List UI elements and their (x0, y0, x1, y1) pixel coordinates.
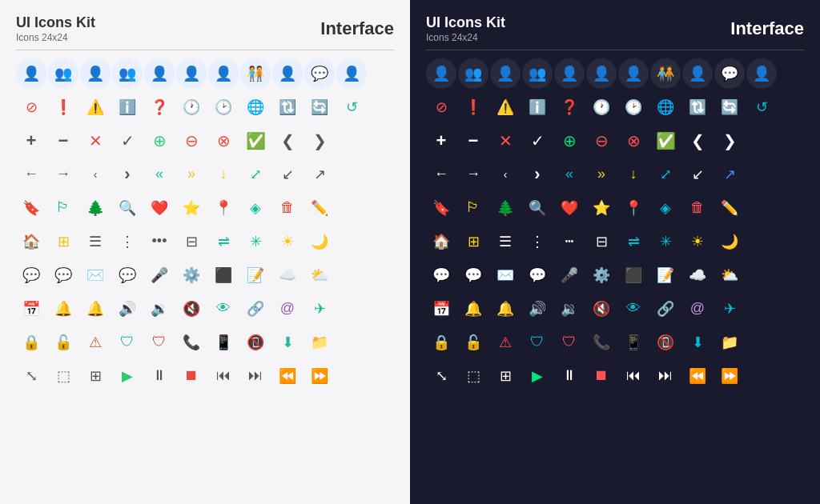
d-play-icon: ▶ (522, 361, 553, 391)
diagonal-icon: ↗ (304, 159, 335, 190)
d-stop-icon: ⏹ (586, 361, 617, 391)
d-gear-icon: ⚙️ (586, 260, 617, 290)
d-cloud-icon: ☁️ (682, 260, 713, 290)
user-icon-3: 👤 (80, 58, 111, 89)
d-user-icon-10: 💬 (714, 58, 745, 89)
d-close-icon: ✕ (490, 126, 521, 156)
dark-row-9: 🔒 🔓 ⚠ 🛡 🛡 📞 📱 📵 ⬇ 📁 (426, 327, 804, 358)
dark-kit-subtitle: Icons 24x24 (426, 32, 505, 43)
sync-icon: ↺ (336, 92, 367, 122)
d-sync-icon: ↺ (746, 92, 777, 122)
d-bubble-icon: 💬 (458, 260, 488, 290)
d-plus-circle-icon: ⊕ (554, 126, 585, 156)
adjust-icon: ⇌ (208, 226, 239, 257)
dark-interface-label: Interface (730, 18, 804, 38)
menu-icon: ☰ (80, 226, 111, 257)
dark-row-10: ⤡ ⬚ ⊞ ▶ ⏸ ⏹ ⏮ ⏭ ⏪ ⏩ (426, 361, 804, 391)
user-icon-6: 👤 (176, 58, 207, 89)
tree-icon: 🌲 (80, 193, 111, 223)
warning-icon: ⚠️ (80, 92, 111, 122)
moon-icon: 🌙 (304, 226, 335, 257)
d-arrow-left-icon: ← (426, 159, 456, 190)
d-check-circle-icon: ✅ (650, 126, 681, 156)
d-crop-icon: ⊞ (490, 361, 521, 391)
light-header-left: UI Icons Kit Icons 24x24 (16, 14, 95, 43)
down-arrow-icon: ↓ (208, 159, 239, 190)
stop-icon: ⏹ (176, 361, 207, 391)
d-volume2-icon: 🔉 (554, 294, 585, 324)
gear-icon: ⚙️ (176, 260, 207, 290)
d-exclaim-icon: ❗ (458, 92, 488, 122)
light-panel: UI Icons Kit Icons 24x24 Interface 👤 👥 👤… (0, 0, 410, 504)
toggle-icon: ⬛ (208, 260, 239, 290)
dark-row-3: + − ✕ ✓ ⊕ ⊖ ⊗ ✅ ❮ ❯ (426, 126, 804, 156)
dark-row-1: 👤 👥 👤 👥 👤 👤 👤 🧑‍🤝‍🧑 👤 💬 👤 (426, 58, 804, 89)
light-row-10: ⤡ ⬚ ⊞ ▶ ⏸ ⏹ ⏮ ⏭ ⏪ ⏩ (16, 361, 394, 391)
d-dbl-left-icon: « (554, 159, 585, 190)
share-icon: ◈ (240, 193, 271, 223)
light-header-right: Interface (320, 18, 394, 39)
trash-icon: 🗑 (272, 193, 303, 223)
d-shield2-icon: 🛡 (554, 327, 585, 358)
dark-header-right: Interface (730, 18, 804, 39)
d-pause-icon: ⏸ (554, 361, 585, 391)
d-eye-icon: 👁 (618, 294, 649, 324)
d-check-icon: ✓ (522, 126, 553, 156)
dark-row-5: 🔖 🏳 🌲 🔍 ❤️ ⭐ 📍 ◈ 🗑 ✏️ (426, 193, 804, 223)
d-loading-icon: ✳ (650, 226, 681, 257)
d-unlock-icon: 🔓 (458, 327, 488, 358)
d-plus-icon: + (426, 126, 456, 156)
upload-cloud-icon: ⛅ (304, 260, 335, 290)
exclaim-icon: ❗ (48, 92, 78, 122)
play-icon: ▶ (112, 361, 143, 391)
dark-row-7: 💬 💬 ✉️ 💬 🎤 ⚙️ ⬛ 📝 ☁️ ⛅ (426, 260, 804, 290)
light-row-5: 🔖 🏳 🌲 🔍 ❤️ ⭐ 📍 ◈ 🗑 ✏️ (16, 193, 394, 223)
d-x-circle-icon: ⊗ (618, 126, 649, 156)
dark-row-2: ⊘ ❗ ⚠️ ℹ️ ❓ 🕐 🕑 🌐 🔃 🔄 ↺ (426, 92, 804, 122)
d-next-icon: ⏭ (650, 361, 681, 391)
home-icon: 🏠 (16, 226, 46, 257)
d-minus-icon: − (458, 126, 488, 156)
light-interface-label: Interface (320, 18, 394, 38)
sun-icon: ☀ (272, 226, 303, 257)
d-reload-icon: 🔄 (714, 92, 745, 122)
calendar-icon: 📅 (16, 294, 46, 324)
d-user-icon-4: 👥 (522, 58, 553, 89)
search-icon: 🔍 (112, 193, 143, 223)
d-user-icon-2: 👥 (458, 58, 488, 89)
d-search-icon: 🔍 (522, 193, 553, 223)
light-panel-header: UI Icons Kit Icons 24x24 Interface (16, 14, 394, 50)
light-row-8: 📅 🔔 🔔 🔊 🔉 🔇 👁 🔗 @ ✈ (16, 294, 394, 324)
d-shield-icon: 🛡 (522, 327, 553, 358)
d-send-icon: ✈ (714, 294, 745, 324)
chevron-right-icon: ❯ (304, 126, 335, 156)
user-icon-10: 💬 (304, 58, 335, 89)
chevron-left-icon: ❮ (272, 126, 303, 156)
fastfwd-icon: ⏩ (304, 361, 335, 391)
d-bell-icon: 🔔 (458, 294, 488, 324)
d-volume-icon: 🔊 (522, 294, 553, 324)
bubble-icon: 💬 (48, 260, 78, 290)
dark-kit-title: UI Icons Kit (426, 14, 505, 32)
x-circle-icon: ⊗ (208, 126, 239, 156)
d-download-icon: ⬇ (682, 327, 713, 358)
d-mute-icon: 🔇 (586, 294, 617, 324)
reload-icon: 🔄 (304, 92, 335, 122)
d-mail-icon: ✉️ (490, 260, 521, 290)
expand-icon: ⤢ (240, 159, 271, 190)
d-folder-icon: 📁 (714, 327, 745, 358)
dark-panel: UI Icons Kit Icons 24x24 Interface 👤 👥 👤… (410, 0, 820, 504)
check-circle-icon: ✅ (240, 126, 271, 156)
dark-header-left: UI Icons Kit Icons 24x24 (426, 14, 505, 43)
heart-icon: ❤️ (144, 193, 175, 223)
d-star-icon: ⭐ (586, 193, 617, 223)
light-row-2: ⊘ ❗ ⚠️ ℹ️ ❓ 🕐 🕑 🌐 🔃 🔄 ↺ (16, 92, 394, 122)
d-moon-icon: 🌙 (714, 226, 745, 257)
user-icon-2: 👥 (48, 58, 78, 89)
compose-icon: 📝 (240, 260, 271, 290)
light-kit-title: UI Icons Kit (16, 14, 95, 32)
d-link-icon: 🔗 (650, 294, 681, 324)
shrink-icon: ↙ (272, 159, 303, 190)
plus-chat-icon: 💬 (112, 260, 143, 290)
chat-icon: 💬 (16, 260, 46, 290)
